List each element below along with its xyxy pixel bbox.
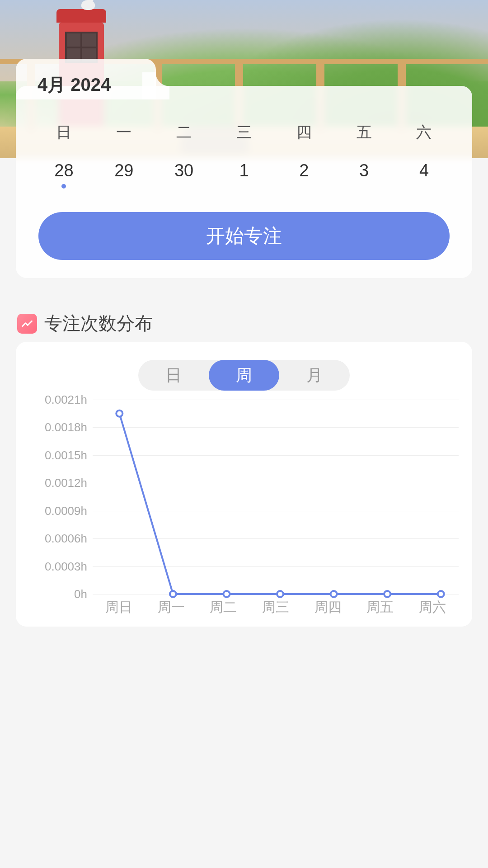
y-tick-label: 0h: [74, 587, 87, 601]
weekday-label: 二: [170, 122, 197, 143]
chart-area: 0h0.0003h0.0006h0.0009h0.0012h0.0015h0.0…: [25, 400, 463, 617]
tab-week[interactable]: 周: [209, 360, 279, 391]
weekday-label: 日: [50, 122, 77, 143]
date-cell[interactable]: 30: [170, 161, 197, 180]
weekday-label: 五: [351, 122, 378, 143]
svg-point-4: [331, 591, 337, 597]
chart-card: 日 周 月 0h0.0003h0.0006h0.0009h0.0012h0.00…: [16, 342, 472, 627]
date-cell[interactable]: 29: [110, 161, 137, 180]
calendar-card: 4月 2024 日一二三四五六 2829301234 开始专注: [16, 86, 472, 278]
x-tick-label: 周一: [145, 598, 197, 617]
weekday-label: 一: [110, 122, 137, 143]
svg-point-5: [384, 591, 390, 597]
y-tick-label: 0.0006h: [45, 532, 87, 546]
tab-month[interactable]: 月: [279, 360, 350, 391]
y-tick-label: 0.0009h: [45, 504, 87, 518]
date-cell[interactable]: 3: [351, 161, 378, 180]
date-cell[interactable]: 1: [230, 161, 258, 180]
x-tick-label: 周日: [93, 598, 145, 617]
svg-point-6: [438, 591, 444, 597]
chart-icon: [17, 314, 37, 334]
date-cell[interactable]: 28: [50, 161, 77, 180]
x-tick-label: 周五: [354, 598, 407, 617]
svg-point-1: [170, 591, 176, 597]
svg-point-3: [277, 591, 283, 597]
y-tick-label: 0.0018h: [45, 420, 87, 434]
x-tick-label: 周三: [249, 598, 302, 617]
section-header: 专注次数分布: [17, 311, 153, 336]
month-year-tab[interactable]: 4月 2024: [16, 59, 156, 99]
weekday-label: 三: [230, 122, 258, 143]
x-tick-label: 周二: [197, 598, 249, 617]
start-focus-button[interactable]: 开始专注: [38, 212, 450, 260]
y-tick-label: 0.0003h: [45, 559, 87, 573]
y-tick-label: 0.0012h: [45, 476, 87, 490]
x-tick-label: 周六: [406, 598, 459, 617]
weekday-label: 四: [291, 122, 318, 143]
date-cell[interactable]: 4: [410, 161, 437, 180]
line-chart: [93, 400, 468, 599]
svg-point-2: [223, 591, 230, 597]
tab-day[interactable]: 日: [138, 360, 209, 391]
section-title: 专注次数分布: [44, 311, 153, 336]
weekday-label: 六: [410, 122, 437, 143]
date-row: 2829301234: [25, 143, 463, 180]
weekday-row: 日一二三四五六: [25, 99, 463, 143]
date-cell[interactable]: 2: [291, 161, 318, 180]
x-tick-label: 周四: [302, 598, 354, 617]
month-year-label: 4月 2024: [38, 75, 111, 94]
period-tabs: 日 周 月: [25, 360, 463, 391]
svg-point-0: [116, 410, 122, 417]
y-tick-label: 0.0021h: [45, 393, 87, 407]
y-tick-label: 0.0015h: [45, 448, 87, 462]
